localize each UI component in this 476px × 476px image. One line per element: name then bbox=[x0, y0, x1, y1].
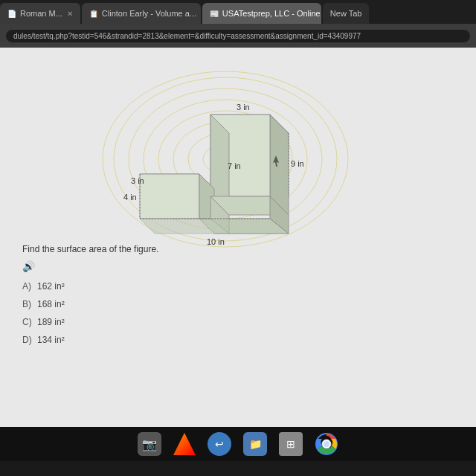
tab-icon-roman: 📄 bbox=[7, 10, 16, 18]
svg-text:7 in: 7 in bbox=[228, 161, 241, 170]
content-area: .ripple { fill: none; stroke: #c8b400; s… bbox=[0, 48, 476, 427]
question-text: Find the surface area of the figure. bbox=[22, 244, 454, 254]
tab-icon-clinton: 📋 bbox=[89, 10, 98, 18]
tab-label-clinton: Clinton Early - Volume a... bbox=[102, 9, 196, 18]
answer-label-a: A) bbox=[22, 281, 37, 292]
taskbar-camera-icon[interactable]: 📷 bbox=[138, 432, 161, 456]
svg-marker-13 bbox=[140, 174, 199, 219]
answer-label-b: B) bbox=[22, 299, 37, 309]
tab-newtab[interactable]: New Tab bbox=[323, 3, 370, 24]
answer-option-a[interactable]: A) 162 in² bbox=[22, 281, 454, 292]
tab-bar: 📄 Roman M... ✕ 📋 Clinton Early - Volume … bbox=[0, 0, 476, 24]
tab-roman[interactable]: 📄 Roman M... ✕ bbox=[0, 3, 80, 24]
tab-usatestprep[interactable]: 📰 USATestprep, LLC - Online... ✕ bbox=[202, 3, 321, 24]
taskbar-chrome-icon[interactable] bbox=[315, 432, 338, 456]
svg-text:3 in: 3 in bbox=[131, 176, 144, 185]
tab-label-newtab: New Tab bbox=[330, 9, 362, 18]
tab-label-roman: Roman M... bbox=[20, 9, 62, 18]
question-section: Find the surface area of the figure. 🔊 A… bbox=[22, 244, 454, 353]
taskbar: 📷 ↩ 📁 ⊞ bbox=[0, 427, 476, 461]
svg-marker-19 bbox=[140, 219, 289, 234]
tab-icon-usatestprep: 📰 bbox=[210, 10, 219, 18]
answer-option-c[interactable]: C) 189 in² bbox=[22, 317, 454, 327]
address-input[interactable] bbox=[6, 30, 470, 42]
answer-option-b[interactable]: B) 168 in² bbox=[22, 299, 454, 309]
address-bar bbox=[0, 24, 476, 48]
answer-value-a: 162 in² bbox=[37, 281, 65, 292]
browser-chrome: 📄 Roman M... ✕ 📋 Clinton Early - Volume … bbox=[0, 0, 476, 48]
svg-text:4 in: 4 in bbox=[123, 193, 137, 202]
answer-label-c: C) bbox=[22, 317, 37, 327]
answer-label-d: D) bbox=[22, 335, 37, 345]
tab-close-roman[interactable]: ✕ bbox=[67, 10, 73, 18]
svg-text:3 in: 3 in bbox=[237, 103, 250, 112]
svg-point-34 bbox=[324, 441, 329, 447]
svg-text:9 in: 9 in bbox=[291, 159, 304, 168]
answer-value-c: 189 in² bbox=[37, 317, 65, 327]
answer-option-d[interactable]: D) 134 in² bbox=[22, 335, 454, 345]
audio-icon[interactable]: 🔊 bbox=[22, 260, 454, 272]
taskbar-undo-icon[interactable]: ↩ bbox=[208, 432, 231, 456]
taskbar-folder-icon[interactable]: 📁 bbox=[243, 432, 267, 456]
tab-clinton[interactable]: 📋 Clinton Early - Volume a... ✕ bbox=[82, 3, 201, 24]
tab-label-usatestprep: USATestprep, LLC - Online... bbox=[222, 9, 321, 18]
answer-value-d: 134 in² bbox=[37, 335, 65, 345]
answer-value-b: 168 in² bbox=[37, 299, 65, 309]
taskbar-triangle-icon[interactable] bbox=[173, 433, 196, 455]
taskbar-grid-icon[interactable]: ⊞ bbox=[279, 432, 303, 456]
